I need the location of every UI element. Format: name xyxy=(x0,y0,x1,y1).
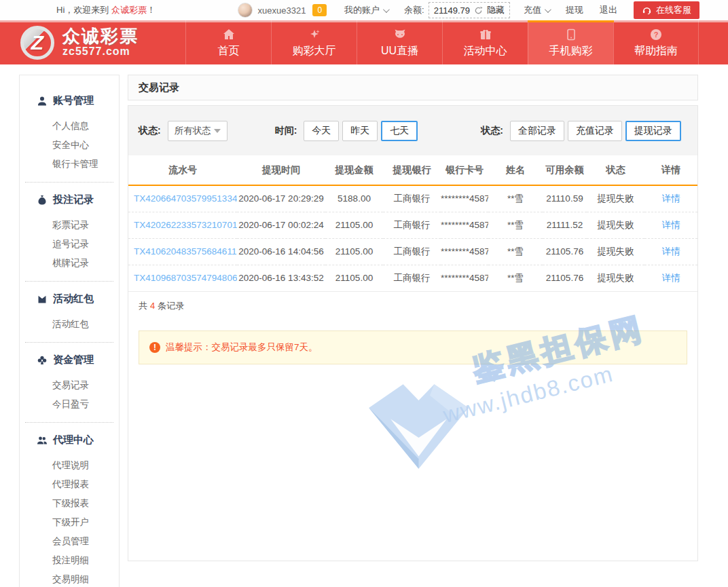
nav-item-mobile-lottery[interactable]: 手机购彩 xyxy=(528,20,613,64)
sidebar-item[interactable]: 追号记录 xyxy=(20,235,119,254)
sidebar-item[interactable]: 交易记录 xyxy=(20,376,119,395)
sidebar-item[interactable]: 代理报表 xyxy=(20,475,119,494)
holder-name: **雪 xyxy=(488,238,543,265)
detail-link[interactable]: 详情 xyxy=(662,246,680,257)
card-number: ********4587 xyxy=(441,265,488,291)
sidebar-section-account: 账号管理 xyxy=(20,94,119,107)
txn-id[interactable]: TX410620483575684611 xyxy=(128,238,237,265)
balance-box: 21149.79 隐藏 xyxy=(429,2,510,18)
detail-link[interactable]: 详情 xyxy=(662,193,680,204)
cat-face-icon xyxy=(393,26,407,41)
holder-name: **雪 xyxy=(488,212,543,238)
my-account-menu[interactable]: 我的账户 xyxy=(344,4,388,16)
logout-link[interactable]: 退出 xyxy=(600,4,617,16)
txn-id[interactable]: TX420664703579951334 xyxy=(128,185,237,212)
col-header-status: 状态 xyxy=(587,155,644,185)
time-filter-today[interactable]: 今天 xyxy=(304,121,339,141)
sidebar-group-agent: 代理说明代理报表下级报表下级开户会员管理投注明细交易明细 xyxy=(20,456,119,587)
sidebar-section-agent: 代理中心 xyxy=(20,434,119,447)
nav-item-uu-live[interactable]: UU直播 xyxy=(357,20,442,64)
site-logo[interactable]: Z 众诚彩票 zc5577.com xyxy=(0,20,185,64)
sidebar: 账号管理 个人信息安全中心银行卡管理 投注记录 彩票记录追号记录棋牌记录 活动红… xyxy=(19,75,120,587)
topbar: Hi，欢迎来到 众诚彩票！ xuexue3321 0 我的账户 余额: 2114… xyxy=(0,0,728,20)
bank-name: 工商银行 xyxy=(383,238,441,265)
withdraw-amount: 21105.00 xyxy=(325,238,383,265)
record-count: 共 4 条记录 xyxy=(128,291,697,320)
txn-id[interactable]: TX410968703574794806 xyxy=(128,265,237,291)
withdraw-amount: 21105.00 xyxy=(325,265,383,291)
sidebar-item[interactable]: 银行卡管理 xyxy=(20,155,119,174)
user-icon xyxy=(37,96,48,107)
sidebar-item[interactable]: 今日盈亏 xyxy=(20,395,119,414)
recharge-menu[interactable]: 充值 xyxy=(524,4,549,16)
detail-link[interactable]: 详情 xyxy=(662,273,680,283)
page-title: 交易记录 xyxy=(128,75,698,100)
bank-name: 工商银行 xyxy=(383,212,441,238)
available-balance: 21105.76 xyxy=(543,238,587,265)
sidebar-item[interactable]: 个人信息 xyxy=(20,117,119,136)
sidebar-item[interactable]: 下级报表 xyxy=(20,494,119,513)
table-header-row: 流水号 提现时间 提现金额 提现银行 银行卡号 姓名 可用余额 状态 详情 xyxy=(128,155,697,185)
sidebar-item[interactable]: 安全中心 xyxy=(20,136,119,155)
sidebar-item[interactable]: 活动红包 xyxy=(20,315,119,334)
withdraw-amount: 21105.00 xyxy=(325,212,383,238)
username[interactable]: xuexue3321 xyxy=(258,5,306,16)
withdraw-link[interactable]: 提现 xyxy=(566,4,583,16)
col-header-name: 姓名 xyxy=(488,155,543,185)
type-filter-recharge[interactable]: 充值记录 xyxy=(568,121,622,141)
sidebar-group-account: 个人信息安全中心银行卡管理 xyxy=(20,117,119,174)
sidebar-section-funds: 资金管理 xyxy=(20,354,119,366)
sidebar-item[interactable]: 彩票记录 xyxy=(20,216,119,235)
sidebar-item[interactable]: 会员管理 xyxy=(20,532,119,551)
records-panel: 状态: 所有状态 时间: 今天 昨天 七天 状态: 全部记录 充值记录 提现记录 xyxy=(128,105,698,561)
nav-item-help-guide[interactable]: ? 帮助指南 xyxy=(613,20,699,64)
question-icon: ? xyxy=(649,26,663,41)
holder-name: **雪 xyxy=(488,185,543,212)
nav-item-lottery-hall[interactable]: 购彩大厅 xyxy=(271,20,357,64)
nav-item-activity-center[interactable]: 活动中心 xyxy=(442,20,528,64)
sidebar-item[interactable]: 下级开户 xyxy=(20,513,119,532)
time-filter-label: 时间: xyxy=(275,125,297,137)
refresh-icon[interactable] xyxy=(474,6,483,15)
hide-balance-button[interactable]: 隐藏 xyxy=(487,4,505,16)
status-select[interactable]: 所有状态 xyxy=(168,121,228,141)
type-filter-all[interactable]: 全部记录 xyxy=(510,121,564,141)
card-number: ********4587 xyxy=(441,238,488,265)
divider xyxy=(25,281,113,282)
col-header-amount: 提现金额 xyxy=(325,155,383,185)
site-watermark: 鉴黑担保网 www.jhdb8.com xyxy=(356,343,641,493)
txn-id[interactable]: TX420262233573210701 xyxy=(128,212,237,238)
available-balance: 21110.59 xyxy=(543,185,587,212)
logo-title: 众诚彩票 xyxy=(62,27,139,45)
withdraw-time: 2020-06-16 13:43:52 xyxy=(237,265,325,291)
logo-letter: Z xyxy=(31,31,43,54)
chevron-down-icon xyxy=(545,6,551,13)
withdraw-time: 2020-06-17 00:02:24 xyxy=(237,212,325,238)
sidebar-item[interactable]: 交易明细 xyxy=(20,570,119,587)
online-service-label: 在线客服 xyxy=(656,4,691,16)
sidebar-item[interactable]: 棋牌记录 xyxy=(20,254,119,273)
status-text: 提现失败 xyxy=(587,212,644,238)
time-filter-seven-days[interactable]: 七天 xyxy=(381,121,418,141)
phone-icon xyxy=(564,26,578,41)
moneybag-icon xyxy=(37,195,48,206)
bank-name: 工商银行 xyxy=(383,185,441,212)
sidebar-item[interactable]: 投注明细 xyxy=(20,551,119,570)
avatar[interactable] xyxy=(238,3,253,18)
type-filter-withdraw[interactable]: 提现记录 xyxy=(625,121,681,141)
nav-item-home[interactable]: 首页 xyxy=(185,20,271,64)
sparkle-icon xyxy=(308,26,321,41)
withdraw-time: 2020-06-16 14:04:56 xyxy=(237,238,325,265)
table-row: TX4106204835756846112020-06-16 14:04:562… xyxy=(128,238,697,265)
status-select-value: 所有状态 xyxy=(175,125,211,137)
divider xyxy=(25,182,113,183)
message-count-badge[interactable]: 0 xyxy=(312,4,327,16)
online-service-button[interactable]: 在线客服 xyxy=(634,1,699,19)
brand-name: 众诚彩票 xyxy=(111,5,147,15)
detail-link[interactable]: 详情 xyxy=(662,220,680,230)
sidebar-item[interactable]: 代理说明 xyxy=(20,456,119,475)
table-row: TX4109687035747948062020-06-16 13:43:522… xyxy=(128,265,697,291)
nav-label: UU直播 xyxy=(381,44,418,58)
balance-value: 21149.79 xyxy=(434,5,470,16)
time-filter-yesterday[interactable]: 昨天 xyxy=(342,121,378,141)
